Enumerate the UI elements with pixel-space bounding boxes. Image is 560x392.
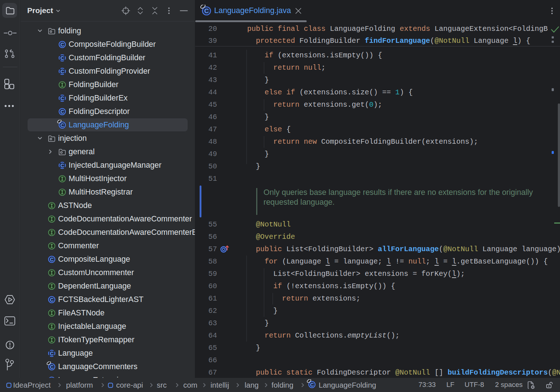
svg-text:C: C (50, 257, 53, 262)
svg-text:C: C (50, 297, 53, 303)
svg-text:C: C (60, 69, 64, 74)
svg-text:C: C (50, 351, 53, 356)
svg-text:C: C (60, 42, 64, 48)
svg-text:C: C (60, 95, 64, 101)
svg-text:C: C (60, 163, 64, 168)
svg-text:C: C (50, 364, 53, 370)
svg-text:C: C (60, 109, 64, 115)
svg-text:C: C (60, 122, 64, 128)
svg-text:C: C (204, 7, 209, 15)
svg-text:C: C (60, 55, 64, 61)
svg-text:C: C (310, 382, 314, 388)
